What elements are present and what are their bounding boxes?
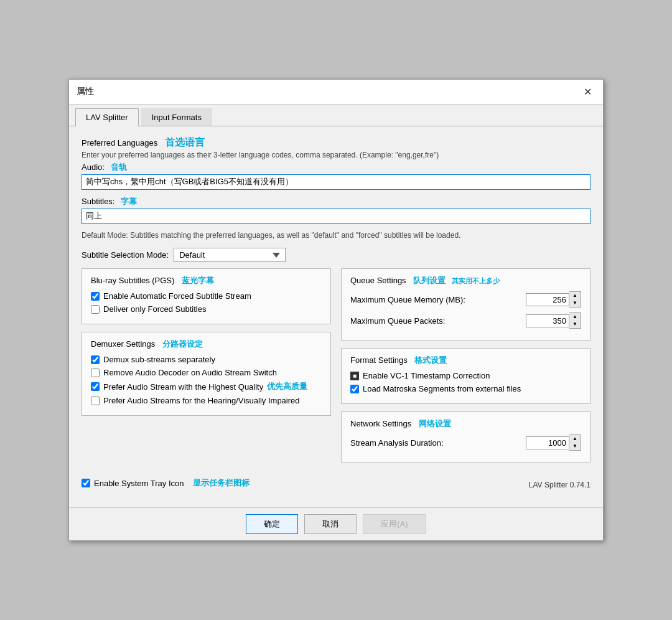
system-tray-checkbox-row: Enable System Tray Icon 显示任务栏图标 — [82, 477, 250, 489]
main-content: Preferred Languages 首选语言 Enter your pref… — [69, 126, 603, 508]
max-queue-packets-up[interactable]: ▲ — [569, 313, 581, 321]
stream-analysis-up[interactable]: ▲ — [569, 435, 581, 443]
properties-window: 属性 ✕ LAV Splitter Input Formats Preferre… — [68, 79, 604, 542]
format-filled-checkbox-0[interactable]: ■ — [350, 372, 359, 380]
window-title: 属性 — [77, 86, 94, 97]
version-text: LAV Splitter 0.74.1 — [529, 481, 590, 489]
bluray-subtitles-group: Blu-ray Subtitles (PGS) 蓝光字幕 Enable Auto… — [82, 268, 331, 324]
stream-analysis-input[interactable]: 1000 — [526, 436, 569, 449]
default-mode-note: Default Mode: Subtitles matching the pre… — [82, 230, 590, 241]
format-settings-group: Format Settings 格式设置 ■ Enable VC-1 Times… — [341, 348, 590, 404]
audio-label: Audio: 音轨 — [82, 162, 590, 173]
network-settings-title: Network Settings 网络设置 — [350, 418, 581, 430]
subtitle-selection-mode-row: Subtitle Selection Mode: Default No Subt… — [82, 248, 590, 262]
max-queue-packets-down[interactable]: ▼ — [569, 321, 581, 328]
demuxer-settings-title: Demuxer Settings 分路器设定 — [91, 339, 322, 350]
format-settings-title: Format Settings 格式设置 — [350, 355, 581, 366]
queue-settings-group: Queue Settings 队列设置 其实用不上多少 Maximum Queu… — [341, 268, 590, 341]
demuxer-item-3: Prefer Audio Streams for the Hearing/Vis… — [91, 396, 322, 405]
close-button[interactable]: ✕ — [580, 85, 595, 99]
subtitles-input[interactable] — [82, 209, 590, 224]
max-queue-memory-label: Maximum Queue Memory (MB): — [350, 295, 465, 304]
stream-analysis-down[interactable]: ▼ — [569, 443, 581, 450]
max-queue-packets-input[interactable]: 350 — [526, 314, 569, 327]
demuxer-item-0: Demux sub-streams separately — [91, 355, 322, 364]
two-column-layout: Blu-ray Subtitles (PGS) 蓝光字幕 Enable Auto… — [82, 268, 590, 470]
format-item-0: ■ Enable VC-1 Timestamp Correction — [350, 371, 581, 380]
max-queue-memory-down[interactable]: ▼ — [569, 299, 581, 307]
left-column: Blu-ray Subtitles (PGS) 蓝光字幕 Enable Auto… — [82, 268, 331, 470]
max-queue-packets-label: Maximum Queue Packets: — [350, 316, 445, 326]
tab-lav-splitter[interactable]: LAV Splitter — [75, 108, 139, 126]
preferred-languages-heading: Preferred Languages 首选语言 — [82, 136, 590, 149]
subtitle-selection-mode-label: Subtitle Selection Mode: — [82, 250, 169, 260]
bluray-item-0: Enable Automatic Forced Subtitle Stream — [91, 291, 322, 301]
ok-button[interactable]: 确定 — [246, 514, 298, 534]
preferred-languages-hint: Enter your preferred languages as their … — [82, 151, 590, 159]
max-queue-packets-row: Maximum Queue Packets: 350 ▲ ▼ — [350, 312, 581, 329]
preferred-languages-section: Preferred Languages 首选语言 Enter your pref… — [82, 136, 590, 241]
demuxer-item-2: Prefer Audio Stream with the Highest Qua… — [91, 381, 322, 392]
tab-input-formats[interactable]: Input Formats — [141, 108, 212, 126]
max-queue-packets-spinbox[interactable]: 350 ▲ ▼ — [526, 312, 581, 329]
bluray-checkbox-0[interactable] — [91, 292, 100, 301]
right-column: Queue Settings 队列设置 其实用不上多少 Maximum Queu… — [341, 268, 590, 470]
max-queue-memory-spin-buttons: ▲ ▼ — [569, 291, 581, 308]
format-item-1: Load Matroska Segments from external fil… — [350, 384, 581, 393]
subtitles-label: Subtitles: 字幕 — [82, 196, 590, 207]
max-queue-memory-up[interactable]: ▲ — [569, 292, 581, 299]
queue-settings-title: Queue Settings 队列设置 其实用不上多少 — [350, 275, 581, 286]
system-tray-row: Enable System Tray Icon 显示任务栏图标 LAV Spli… — [82, 477, 590, 497]
max-queue-memory-row: Maximum Queue Memory (MB): 256 ▲ ▼ — [350, 291, 581, 308]
demuxer-checkbox-0[interactable] — [91, 355, 100, 364]
stream-analysis-row: Stream Analysis Duration: 1000 ▲ ▼ — [350, 434, 581, 451]
stream-analysis-spinbox[interactable]: 1000 ▲ ▼ — [526, 434, 581, 451]
apply-button[interactable]: 应用(A) — [363, 514, 426, 534]
bluray-subtitles-title: Blu-ray Subtitles (PGS) 蓝光字幕 — [91, 275, 322, 286]
max-queue-memory-spinbox[interactable]: 256 ▲ ▼ — [526, 291, 581, 308]
max-queue-packets-spin-buttons: ▲ ▼ — [569, 312, 581, 329]
tab-bar: LAV Splitter Input Formats — [69, 105, 603, 126]
demuxer-checkbox-1[interactable] — [91, 369, 100, 377]
dialog-button-row: 确定 取消 应用(A) — [69, 507, 603, 540]
format-checkbox-1[interactable] — [350, 385, 359, 393]
max-queue-memory-input[interactable]: 256 — [526, 293, 569, 306]
audio-input[interactable] — [82, 174, 590, 190]
subtitle-selection-mode-dropdown[interactable]: Default No Subtitles Forced Only Advance… — [174, 248, 286, 262]
demuxer-checkbox-3[interactable] — [91, 397, 100, 405]
bluray-item-1: Deliver only Forced Subtitles — [91, 304, 322, 314]
demuxer-checkbox-2[interactable] — [91, 382, 100, 391]
system-tray-checkbox[interactable] — [82, 479, 90, 487]
bluray-checkbox-1[interactable] — [91, 305, 100, 314]
network-settings-group: Network Settings 网络设置 Stream Analysis Du… — [341, 411, 590, 463]
cancel-button[interactable]: 取消 — [304, 514, 357, 534]
stream-analysis-label: Stream Analysis Duration: — [350, 438, 444, 448]
title-bar: 属性 ✕ — [69, 80, 603, 105]
demuxer-item-1: Remove Audio Decoder on Audio Stream Swi… — [91, 368, 322, 377]
stream-analysis-spin-buttons: ▲ ▼ — [569, 434, 581, 451]
demuxer-settings-group: Demuxer Settings 分路器设定 Demux sub-streams… — [82, 332, 331, 416]
